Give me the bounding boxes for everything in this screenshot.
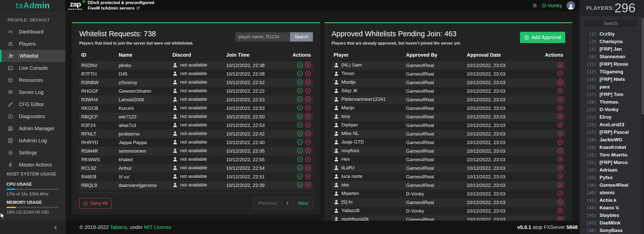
sidebar-item[interactable]: Whitelist (0, 50, 65, 62)
pagination-previous[interactable]: Previous (253, 198, 282, 209)
revoke-approval-icon[interactable] (557, 199, 563, 205)
sidebar-item[interactable]: Resources (0, 74, 65, 86)
deny-request-icon[interactable] (305, 62, 311, 68)
deny-request-icon[interactable] (305, 165, 311, 171)
player-list-item[interactable]: [27] [FRP] Pascal (580, 128, 644, 136)
revoke-approval-icon[interactable] (557, 88, 563, 94)
revoke-approval-icon[interactable] (557, 139, 563, 145)
revoke-approval-icon[interactable] (557, 62, 563, 68)
deny-request-icon[interactable] (305, 122, 311, 128)
player-list-item[interactable]: [22] D-Vonky (580, 106, 644, 113)
player-list-item[interactable]: [13] TGgaming (580, 68, 644, 76)
deny-request-icon[interactable] (305, 182, 311, 188)
players-scrollbar-track[interactable] (641, 16, 644, 234)
pagination-next[interactable]: Next (293, 198, 313, 209)
deny-request-icon[interactable] (305, 148, 311, 154)
player-list-item[interactable]: [31] Toro Muerto. (580, 151, 644, 159)
player-list-item[interactable]: [48] SonyBass (580, 227, 644, 234)
approve-request-icon[interactable] (297, 156, 303, 162)
revoke-approval-icon[interactable] (557, 216, 563, 221)
player-list-item[interactable]: [47] DaeM0nk (580, 219, 644, 227)
revoke-approval-icon[interactable] (557, 96, 563, 102)
tabarra-link[interactable]: Tabarra (110, 224, 127, 230)
sidebar-item[interactable]: Players (0, 38, 65, 50)
sidebar-item[interactable]: txAdmin Log (0, 135, 65, 147)
theme-toggle-icon[interactable] (532, 3, 538, 8)
approve-request-icon[interactable] (297, 182, 303, 188)
player-list-item[interactable]: [32] [FRP] Marco (580, 159, 644, 166)
player-list-item[interactable]: [35] Pyfso (580, 174, 644, 181)
player-list-item[interactable]: [17] [FRP] Tom (580, 91, 644, 98)
player-list-item[interactable]: [29] KaasKroket (580, 144, 644, 151)
revoke-approval-icon[interactable] (557, 71, 563, 77)
deny-request-icon[interactable] (305, 96, 311, 102)
approve-request-icon[interactable] (297, 139, 303, 145)
deny-request-icon[interactable] (305, 173, 311, 179)
whitelist-search-input[interactable] (235, 32, 290, 42)
revoke-approval-icon[interactable] (557, 173, 563, 179)
revoke-approval-icon[interactable] (557, 190, 563, 196)
deny-all-button[interactable]: Deny All (79, 198, 111, 209)
player-list-item[interactable]: [4] [FRP] Jan (580, 45, 644, 53)
collapse-sidebar-icon[interactable] (53, 225, 58, 230)
player-list-item[interactable]: [28] JackieWG (580, 136, 644, 144)
approve-request-icon[interactable] (297, 122, 303, 128)
deny-request-icon[interactable] (305, 156, 311, 162)
approve-request-icon[interactable] (297, 130, 303, 137)
players-scrollbar-thumb[interactable] (642, 18, 644, 115)
deny-request-icon[interactable] (305, 130, 311, 137)
sidebar-item[interactable]: Live Console (0, 62, 65, 74)
player-list-item[interactable]: [14] [FRP] Niels (580, 76, 644, 83)
revoke-approval-icon[interactable] (557, 165, 563, 171)
player-list-item[interactable]: [11] [FRP] Rinnie (580, 60, 644, 68)
revoke-approval-icon[interactable] (557, 113, 563, 119)
deny-request-icon[interactable] (305, 105, 311, 111)
pagination-page-1[interactable]: 1 (282, 198, 293, 209)
sidebar-item[interactable]: Settings (0, 147, 65, 159)
user-avatar[interactable] (567, 1, 575, 10)
approve-request-icon[interactable] (297, 88, 303, 94)
approve-request-icon[interactable] (297, 79, 303, 85)
revoke-approval-icon[interactable] (557, 156, 563, 162)
player-list-item[interactable]: [36] Games4Real (580, 181, 644, 189)
player-list-item[interactable]: [45] Staybles (580, 212, 644, 219)
current-user-name[interactable]: D-Vonky (542, 3, 562, 9)
approve-request-icon[interactable] (297, 96, 303, 102)
approve-request-icon[interactable] (297, 62, 303, 68)
sidebar-item[interactable]: Server Log (0, 86, 65, 98)
revoke-approval-icon[interactable] (557, 148, 563, 154)
zap-hosting-banner[interactable]: zap HOSTING DDoS protected & preconfigur… (68, 0, 154, 11)
player-list-item[interactable]: [20] Thomas. (580, 98, 644, 106)
approve-request-icon[interactable] (297, 165, 303, 171)
player-list-item[interactable]: [6] Stanneman (580, 53, 644, 60)
revoke-approval-icon[interactable] (557, 79, 563, 85)
sidebar-item[interactable]: Admin Manager (0, 122, 65, 135)
add-approval-button[interactable]: Add Approval (520, 32, 565, 43)
deny-request-icon[interactable] (305, 79, 311, 85)
player-list-item[interactable]: [15] para (580, 83, 644, 91)
revoke-approval-icon[interactable] (557, 182, 563, 188)
deny-request-icon[interactable] (305, 113, 311, 119)
approve-request-icon[interactable] (297, 71, 303, 77)
player-list-item[interactable]: [23] Elroy (580, 113, 644, 121)
approve-request-icon[interactable] (297, 148, 303, 154)
player-list-item[interactable]: [40] shonic (580, 189, 644, 196)
approve-request-icon[interactable] (297, 173, 303, 179)
revoke-approval-icon[interactable] (557, 208, 563, 214)
player-list-item[interactable]: [44] Keano V. (580, 204, 644, 212)
mit-license-link[interactable]: MIT License (144, 224, 172, 230)
sidebar-item[interactable]: Diagnostics (0, 110, 65, 122)
sidebar-item[interactable]: Master Actions (0, 159, 65, 171)
revoke-approval-icon[interactable] (557, 105, 563, 111)
player-list-item[interactable]: [2] CrzSty (580, 30, 644, 38)
player-list-item[interactable]: [41] Achie.k (580, 196, 644, 204)
player-list-item[interactable]: [3] Charlayna (580, 38, 644, 45)
deny-request-icon[interactable] (305, 71, 311, 77)
player-list-item[interactable]: [25] AceLord23 (580, 121, 644, 128)
approve-request-icon[interactable] (297, 113, 303, 119)
whitelist-search-button[interactable]: Search (290, 32, 313, 42)
sidebar-item[interactable]: Dashboard (0, 26, 65, 38)
revoke-approval-icon[interactable] (557, 122, 563, 128)
players-search-input[interactable] (583, 19, 638, 28)
txadmin-logo[interactable]: txAdmin (0, 0, 65, 11)
